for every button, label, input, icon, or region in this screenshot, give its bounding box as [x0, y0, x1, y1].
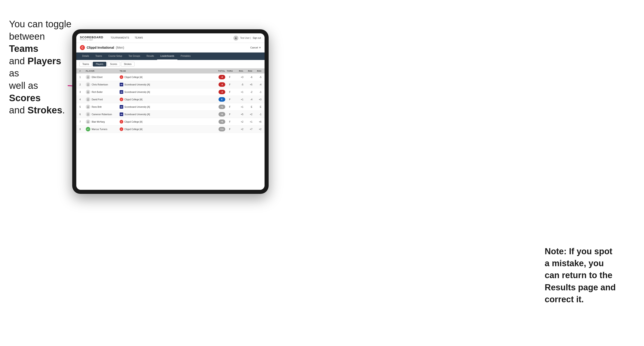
- tablet-frame: SCOREBOARD Powered by clippd TOURNAMENTS…: [72, 29, 268, 194]
- score-badge-1: -8: [218, 75, 225, 79]
- team-cell-4: C Clippd College [A]: [120, 98, 212, 101]
- score-badge-4: E: [218, 97, 225, 102]
- table-row[interactable]: 6 Cameron Robertson SB Scoreboard Univer…: [76, 111, 264, 118]
- rd3-8: +2: [252, 128, 262, 131]
- svg-point-4: [88, 91, 89, 92]
- player-cell-4: David Ford: [86, 97, 120, 102]
- table-row[interactable]: 1 Elliot Ebert C Clippd College [A] -8 F…: [76, 73, 264, 81]
- tab-printables[interactable]: Printables: [178, 52, 194, 60]
- rd3-4: +3: [252, 98, 262, 101]
- total-6: +6: [212, 112, 225, 117]
- tab-results[interactable]: Results: [143, 52, 157, 60]
- thru-2: F: [225, 83, 234, 86]
- player-name-5: Rees Britt: [92, 106, 102, 108]
- nav-tournaments[interactable]: TOURNAMENTS: [108, 35, 132, 41]
- tournament-title-row: C Clippd Invitational (Men): [80, 45, 124, 50]
- tournament-logo: C: [80, 45, 85, 50]
- total-8: +11: [212, 127, 225, 131]
- rd1-1: +3: [234, 76, 243, 78]
- sub-tabs: Teams Players Scores Strokes: [76, 60, 264, 68]
- total-7: +8: [212, 120, 225, 124]
- table-row[interactable]: 2 Chris Robertson SB Scoreboard Universi…: [76, 81, 264, 88]
- rd1-7: +2: [234, 121, 243, 123]
- team-logo-7: C: [120, 120, 123, 124]
- player-name-8: Marcus Turners: [92, 128, 107, 131]
- score-badge-7: +8: [218, 120, 225, 124]
- tab-leaderboards[interactable]: Leaderboards: [157, 52, 178, 60]
- table-row[interactable]: 8 MT Marcus Turners C Clippd College [A]…: [76, 126, 264, 133]
- player-name-2: Chris Robertson: [92, 83, 108, 86]
- rd2-6: +2: [243, 113, 252, 116]
- tab-teams[interactable]: Teams: [92, 52, 105, 60]
- sub-tab-scores[interactable]: Scores: [107, 62, 120, 66]
- col-player: PLAYER: [86, 70, 120, 72]
- col-rd1: RD1: [234, 70, 243, 72]
- player-name-7: Blair McHarg: [92, 121, 105, 123]
- rd1-3: +1: [234, 91, 243, 93]
- thru-6: F: [225, 113, 234, 116]
- col-total: TOTAL: [212, 70, 225, 72]
- score-badge-6: +6: [218, 112, 225, 117]
- svg-point-3: [88, 83, 89, 85]
- player-avatar-3: [86, 90, 90, 94]
- team-cell-2: SB Scoreboard University [A]: [120, 83, 212, 86]
- sign-out-link[interactable]: Sign out: [252, 37, 261, 39]
- players-bold: Players: [28, 56, 61, 66]
- table-row[interactable]: 3 Rich Butler SB Scoreboard University […: [76, 88, 264, 96]
- team-logo-3: SB: [120, 90, 123, 94]
- player-avatar-7: [86, 120, 90, 124]
- logo-title: SCOREBOARD: [80, 36, 104, 39]
- total-2: -4: [212, 82, 225, 87]
- thru-7: F: [225, 121, 234, 123]
- sub-tab-players[interactable]: Players: [93, 62, 106, 66]
- rd3-1: -5: [252, 76, 262, 78]
- rd2-7: +1: [243, 121, 252, 123]
- note-text: Note: If you spota mistake, youcan retur…: [545, 247, 616, 304]
- player-cell-7: Blair McHarg: [86, 120, 120, 124]
- top-nav: SCOREBOARD Powered by clippd TOURNAMENTS…: [76, 33, 264, 43]
- right-annotation: Note: If you spota mistake, youcan retur…: [545, 245, 630, 305]
- teams-bold: Teams: [9, 43, 38, 54]
- sub-tab-teams[interactable]: Teams: [80, 62, 92, 66]
- svg-point-1: [236, 37, 236, 38]
- rank-6: 6: [80, 113, 86, 116]
- team-cell-3: SB Scoreboard University [A]: [120, 90, 212, 94]
- player-avatar-1: [86, 75, 90, 79]
- player-cell-6: Cameron Robertson: [86, 112, 120, 117]
- logo-subtitle: Powered by clippd: [80, 39, 104, 41]
- player-name-3: Rich Butler: [92, 91, 103, 93]
- tab-course-setup[interactable]: Course Setup: [105, 52, 125, 60]
- thru-4: F: [225, 98, 234, 101]
- player-avatar-5: [86, 105, 90, 109]
- rd1-6: +5: [234, 113, 243, 116]
- team-logo-6: SB: [120, 113, 123, 116]
- rd3-7: +6: [252, 121, 262, 123]
- strokes-bold: Strokes: [28, 105, 62, 115]
- player-name-4: David Ford: [92, 98, 103, 101]
- annotation-line2: between Teams: [9, 31, 45, 54]
- tournament-header: C Clippd Invitational (Men) Cancel ✕: [76, 43, 264, 52]
- player-name-1: Elliot Ebert: [92, 76, 102, 78]
- nav-right: Test User | Sign out: [234, 36, 261, 41]
- svg-point-6: [88, 106, 89, 107]
- cancel-button[interactable]: Cancel ✕: [250, 46, 261, 49]
- nav-teams[interactable]: TEAMS: [132, 35, 146, 41]
- leaderboard-table: # PLAYER TEAM TOTAL THRU RD1 RD2 RD3 1 E…: [76, 68, 264, 190]
- table-row[interactable]: 5 Rees Britt SB Scoreboard University [A…: [76, 103, 264, 111]
- left-annotation: You can toggle between Teams and Players…: [9, 18, 72, 117]
- player-cell-8: MT Marcus Turners: [86, 127, 120, 131]
- tab-details[interactable]: Details: [79, 52, 92, 60]
- player-avatar-6: [86, 112, 90, 117]
- sub-tab-strokes[interactable]: Strokes: [121, 62, 134, 66]
- table-row[interactable]: 7 Blair McHarg C Clippd College [A] +8 F…: [76, 118, 264, 126]
- user-avatar: [234, 36, 238, 41]
- table-row[interactable]: 4 David Ford C Clippd College [A] E F +1…: [76, 96, 264, 103]
- team-cell-7: C Clippd College [A]: [120, 120, 212, 124]
- annotation-line4: well as Scores: [9, 80, 41, 103]
- thru-5: F: [225, 106, 234, 108]
- svg-point-8: [88, 121, 89, 122]
- total-4: E: [212, 97, 225, 102]
- tab-bar: Details Teams Course Setup Tee Groups Re…: [76, 52, 264, 60]
- tab-tee-groups[interactable]: Tee Groups: [125, 52, 143, 60]
- col-thru: THRU: [225, 70, 234, 72]
